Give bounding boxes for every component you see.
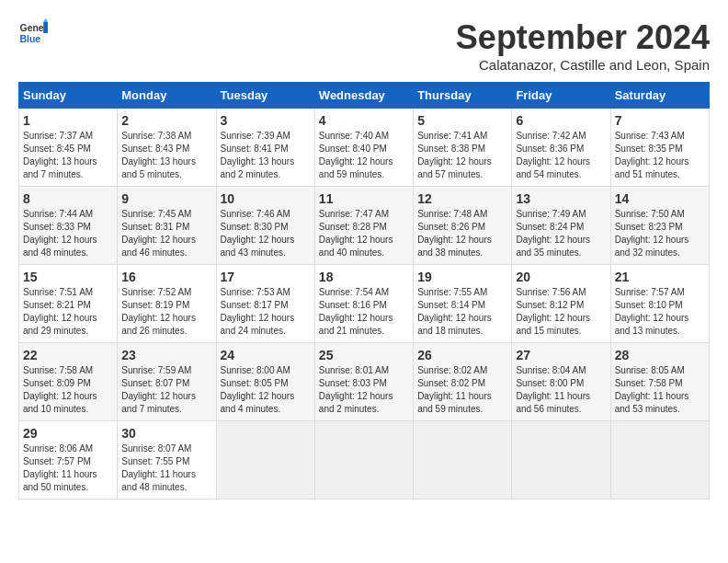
sunset-label: Sunset: 8:24 PM <box>516 222 584 232</box>
sunset-label: Sunset: 8:36 PM <box>516 144 584 154</box>
calendar-header-row: Sunday Monday Tuesday Wednesday Thursday… <box>19 83 710 109</box>
title-section: September 2024 Calatanazor, Castille and… <box>456 18 710 73</box>
day-info: Sunrise: 7:43 AM Sunset: 8:35 PM Dayligh… <box>615 130 705 181</box>
sunset-label: Sunset: 8:02 PM <box>417 378 485 388</box>
svg-marker-2 <box>43 22 48 33</box>
day-info: Sunrise: 7:49 AM Sunset: 8:24 PM Dayligh… <box>516 208 606 259</box>
sunrise-label: Sunrise: 8:07 AM <box>121 443 191 454</box>
sunrise-label: Sunrise: 7:56 AM <box>516 287 586 297</box>
daylight-label: Daylight: 11 hours and 53 minutes. <box>615 391 689 414</box>
table-row: 4 Sunrise: 7:40 AM Sunset: 8:40 PM Dayli… <box>314 109 413 187</box>
table-row: 3 Sunrise: 7:39 AM Sunset: 8:41 PM Dayli… <box>216 109 314 187</box>
daylight-label: Daylight: 11 hours and 50 minutes. <box>23 469 97 492</box>
month-title: September 2024 <box>456 18 710 57</box>
day-info: Sunrise: 7:46 AM Sunset: 8:30 PM Dayligh… <box>221 208 311 259</box>
sunset-label: Sunset: 8:30 PM <box>221 222 289 232</box>
day-info: Sunrise: 7:38 AM Sunset: 8:43 PM Dayligh… <box>121 130 211 181</box>
day-number: 23 <box>121 348 211 362</box>
day-info: Sunrise: 7:54 AM Sunset: 8:16 PM Dayligh… <box>319 286 409 338</box>
svg-text:Blue: Blue <box>20 34 41 44</box>
table-row: 5 Sunrise: 7:41 AM Sunset: 8:38 PM Dayli… <box>414 109 512 187</box>
table-row: 17 Sunrise: 7:53 AM Sunset: 8:17 PM Dayl… <box>216 265 314 343</box>
table-row: 16 Sunrise: 7:52 AM Sunset: 8:19 PM Dayl… <box>118 265 216 343</box>
table-row: 21 Sunrise: 7:57 AM Sunset: 8:10 PM Dayl… <box>610 265 709 343</box>
calendar-week-row: 22 Sunrise: 7:58 AM Sunset: 8:09 PM Dayl… <box>19 343 710 421</box>
day-number: 15 <box>23 270 113 284</box>
col-tuesday: Tuesday <box>216 83 314 109</box>
sunrise-label: Sunrise: 7:57 AM <box>615 287 685 297</box>
sunset-label: Sunset: 8:33 PM <box>23 222 91 232</box>
location-subtitle: Calatanazor, Castille and Leon, Spain <box>456 57 710 73</box>
table-row <box>216 421 314 500</box>
day-number: 1 <box>23 113 113 128</box>
day-number: 3 <box>221 113 311 128</box>
logo-icon: General Blue <box>18 18 48 48</box>
day-info: Sunrise: 7:45 AM Sunset: 8:31 PM Dayligh… <box>121 208 211 259</box>
daylight-label: Daylight: 11 hours and 59 minutes. <box>417 391 492 414</box>
sunrise-label: Sunrise: 8:00 AM <box>221 365 290 375</box>
day-info: Sunrise: 8:04 AM Sunset: 8:00 PM Dayligh… <box>516 364 606 416</box>
day-number: 25 <box>319 348 409 362</box>
day-number: 4 <box>319 113 409 128</box>
sunrise-label: Sunrise: 7:42 AM <box>516 131 586 141</box>
sunset-label: Sunset: 8:05 PM <box>221 378 289 388</box>
day-info: Sunrise: 8:02 AM Sunset: 8:02 PM Dayligh… <box>417 364 507 416</box>
day-info: Sunrise: 7:39 AM Sunset: 8:41 PM Dayligh… <box>221 130 311 181</box>
col-sunday: Sunday <box>19 83 118 109</box>
sunset-label: Sunset: 8:03 PM <box>319 378 387 388</box>
daylight-label: Daylight: 12 hours and 18 minutes. <box>417 313 492 336</box>
day-info: Sunrise: 7:51 AM Sunset: 8:21 PM Dayligh… <box>23 286 113 338</box>
table-row: 10 Sunrise: 7:46 AM Sunset: 8:30 PM Dayl… <box>216 187 314 265</box>
day-number: 16 <box>121 270 211 284</box>
day-info: Sunrise: 8:01 AM Sunset: 8:03 PM Dayligh… <box>319 364 409 416</box>
page-header: General Blue September 2024 Calatanazor,… <box>18 18 710 73</box>
sunrise-label: Sunrise: 7:38 AM <box>121 131 191 141</box>
day-info: Sunrise: 7:47 AM Sunset: 8:28 PM Dayligh… <box>319 208 409 259</box>
table-row: 30 Sunrise: 8:07 AM Sunset: 7:55 PM Dayl… <box>118 421 216 500</box>
day-info: Sunrise: 8:00 AM Sunset: 8:05 PM Dayligh… <box>221 364 311 416</box>
sunset-label: Sunset: 8:38 PM <box>417 144 485 154</box>
day-info: Sunrise: 7:56 AM Sunset: 8:12 PM Dayligh… <box>516 286 606 338</box>
day-number: 26 <box>417 348 507 362</box>
day-info: Sunrise: 7:48 AM Sunset: 8:26 PM Dayligh… <box>417 208 507 259</box>
day-info: Sunrise: 8:07 AM Sunset: 7:55 PM Dayligh… <box>121 442 211 494</box>
sunset-label: Sunset: 8:41 PM <box>221 144 289 154</box>
daylight-label: Daylight: 12 hours and 13 minutes. <box>615 313 689 336</box>
sunrise-label: Sunrise: 8:06 AM <box>23 443 93 454</box>
day-info: Sunrise: 8:06 AM Sunset: 7:57 PM Dayligh… <box>23 442 113 494</box>
sunrise-label: Sunrise: 7:52 AM <box>121 287 191 297</box>
calendar-week-row: 15 Sunrise: 7:51 AM Sunset: 8:21 PM Dayl… <box>19 265 710 343</box>
calendar-week-row: 1 Sunrise: 7:37 AM Sunset: 8:45 PM Dayli… <box>19 109 710 187</box>
daylight-label: Daylight: 12 hours and 38 minutes. <box>417 235 492 258</box>
daylight-label: Daylight: 12 hours and 48 minutes. <box>23 235 97 258</box>
day-number: 18 <box>319 270 409 284</box>
day-number: 24 <box>221 348 311 362</box>
sunrise-label: Sunrise: 8:04 AM <box>516 365 586 375</box>
day-number: 6 <box>516 113 606 128</box>
sunrise-label: Sunrise: 8:05 AM <box>615 365 685 375</box>
table-row: 20 Sunrise: 7:56 AM Sunset: 8:12 PM Dayl… <box>512 265 610 343</box>
daylight-label: Daylight: 12 hours and 51 minutes. <box>615 156 689 179</box>
sunset-label: Sunset: 8:31 PM <box>121 222 189 232</box>
sunrise-label: Sunrise: 7:53 AM <box>221 287 290 297</box>
daylight-label: Daylight: 12 hours and 21 minutes. <box>319 313 393 336</box>
table-row: 23 Sunrise: 7:59 AM Sunset: 8:07 PM Dayl… <box>118 343 216 421</box>
daylight-label: Daylight: 12 hours and 2 minutes. <box>319 391 393 414</box>
col-thursday: Thursday <box>414 83 512 109</box>
sunrise-label: Sunrise: 7:50 AM <box>615 209 685 219</box>
table-row: 29 Sunrise: 8:06 AM Sunset: 7:57 PM Dayl… <box>19 421 118 500</box>
daylight-label: Daylight: 12 hours and 15 minutes. <box>516 313 590 336</box>
day-number: 17 <box>221 270 311 284</box>
table-row <box>414 421 512 500</box>
day-number: 21 <box>615 270 705 284</box>
sunset-label: Sunset: 8:28 PM <box>319 222 387 232</box>
day-info: Sunrise: 7:59 AM Sunset: 8:07 PM Dayligh… <box>121 364 211 416</box>
daylight-label: Daylight: 12 hours and 26 minutes. <box>121 313 196 336</box>
day-number: 12 <box>417 191 507 206</box>
col-monday: Monday <box>118 83 216 109</box>
table-row: 18 Sunrise: 7:54 AM Sunset: 8:16 PM Dayl… <box>314 265 413 343</box>
sunset-label: Sunset: 8:12 PM <box>516 300 584 310</box>
col-friday: Friday <box>512 83 610 109</box>
table-row: 7 Sunrise: 7:43 AM Sunset: 8:35 PM Dayli… <box>610 109 709 187</box>
table-row: 11 Sunrise: 7:47 AM Sunset: 8:28 PM Dayl… <box>314 187 413 265</box>
